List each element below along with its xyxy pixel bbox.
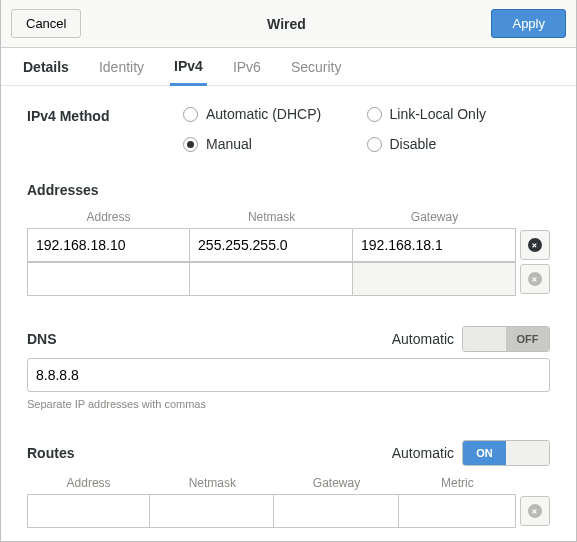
dns-title: DNS (27, 331, 57, 347)
radio-link-local-label: Link-Local Only (390, 106, 487, 122)
radio-manual[interactable]: Manual (183, 136, 367, 152)
dns-hint: Separate IP addresses with commas (27, 398, 550, 410)
routes-col-address: Address (27, 472, 150, 494)
netmask-input[interactable] (190, 228, 353, 262)
switch-on-text: ON (463, 327, 506, 351)
dns-automatic-label: Automatic (392, 331, 454, 347)
routes-col-metric: Metric (399, 472, 516, 494)
radio-disable-label: Disable (390, 136, 437, 152)
addresses-col-address: Address (27, 206, 190, 228)
apply-button[interactable]: Apply (491, 9, 566, 38)
delete-row-button[interactable]: + (520, 230, 550, 260)
dns-header: DNS Automatic ON OFF (27, 326, 550, 352)
tab-details[interactable]: Details (19, 50, 73, 84)
address-row: + (27, 262, 550, 296)
tab-ipv6[interactable]: IPv6 (229, 50, 265, 84)
radio-dot-icon (367, 137, 382, 152)
address-input[interactable] (27, 262, 190, 296)
delete-row-button[interactable]: + (520, 496, 550, 526)
addresses-col-netmask: Netmask (190, 206, 353, 228)
addresses-col-gateway: Gateway (353, 206, 516, 228)
addresses-title: Addresses (27, 182, 550, 198)
radio-automatic[interactable]: Automatic (DHCP) (183, 106, 367, 122)
tab-identity[interactable]: Identity (95, 50, 148, 84)
route-row: + (27, 494, 550, 528)
radio-manual-label: Manual (206, 136, 252, 152)
tab-ipv4[interactable]: IPv4 (170, 49, 207, 86)
dns-servers-input[interactable] (27, 358, 550, 392)
radio-dot-icon (367, 107, 382, 122)
ipv4-method-row: IPv4 Method Automatic (DHCP) Manual Link… (27, 106, 550, 152)
address-row: + (27, 228, 550, 262)
headerbar: Cancel Wired Apply (1, 0, 576, 48)
route-address-input[interactable] (27, 494, 150, 528)
routes-automatic-label: Automatic (392, 445, 454, 461)
radio-automatic-label: Automatic (DHCP) (206, 106, 321, 122)
cancel-button[interactable]: Cancel (11, 9, 81, 38)
dialog-title: Wired (267, 16, 306, 32)
route-gateway-input[interactable] (274, 494, 398, 528)
switch-off-text: OFF (506, 441, 549, 465)
switch-off-text: OFF (506, 327, 549, 351)
radio-disable[interactable]: Disable (367, 136, 551, 152)
routes-title: Routes (27, 445, 74, 461)
radio-link-local[interactable]: Link-Local Only (367, 106, 551, 122)
close-icon: + (525, 501, 545, 521)
routes-header: Routes Automatic ON OFF (27, 440, 550, 466)
radio-dot-icon (183, 137, 198, 152)
gateway-input[interactable] (353, 228, 516, 262)
ipv4-method-label: IPv4 Method (27, 106, 183, 152)
dns-automatic-switch[interactable]: ON OFF (462, 326, 550, 352)
tabs: Details Identity IPv4 IPv6 Security (1, 48, 576, 86)
routes-col-gateway: Gateway (274, 472, 398, 494)
routes-automatic-switch[interactable]: ON OFF (462, 440, 550, 466)
content: IPv4 Method Automatic (DHCP) Manual Link… (1, 86, 576, 542)
close-icon: + (525, 235, 545, 255)
delete-row-button[interactable]: + (520, 264, 550, 294)
close-icon: + (525, 269, 545, 289)
switch-on-text: ON (463, 441, 506, 465)
routes-table: Address Netmask Gateway Metric + (27, 472, 550, 528)
address-input[interactable] (27, 228, 190, 262)
netmask-input[interactable] (190, 262, 353, 296)
tab-security[interactable]: Security (287, 50, 346, 84)
radio-dot-icon (183, 107, 198, 122)
addresses-table: Address Netmask Gateway + + (27, 206, 550, 296)
gateway-input[interactable] (353, 262, 516, 296)
routes-col-netmask: Netmask (150, 472, 274, 494)
route-metric-input[interactable] (399, 494, 516, 528)
route-netmask-input[interactable] (150, 494, 274, 528)
